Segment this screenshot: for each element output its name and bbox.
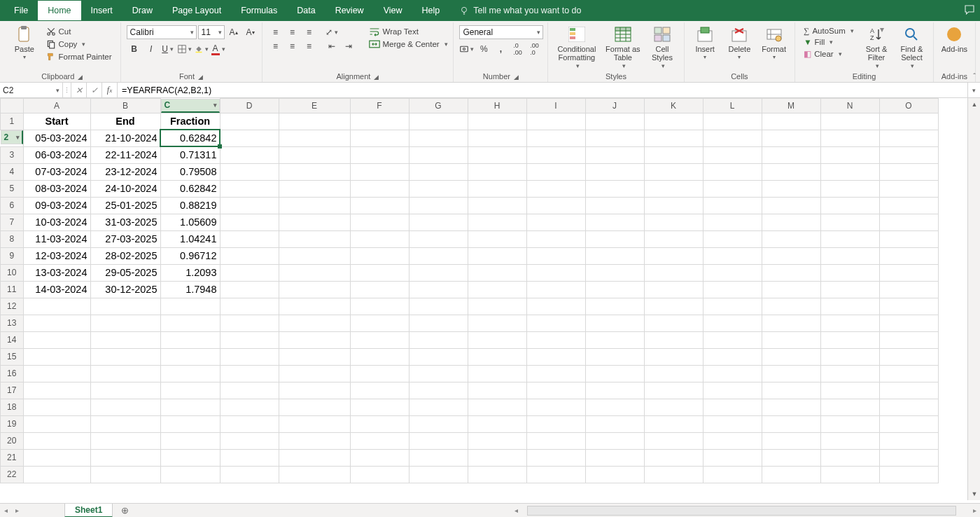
cell-D10[interactable]	[220, 264, 279, 281]
cell-A11[interactable]: 14-03-2024	[23, 281, 90, 298]
cell-G14[interactable]	[409, 331, 468, 348]
cell-N15[interactable]	[820, 348, 879, 365]
cell-J21[interactable]	[585, 449, 644, 466]
cell-E22[interactable]	[279, 466, 350, 483]
cell-I17[interactable]	[526, 382, 585, 399]
cell-J19[interactable]	[585, 415, 644, 432]
cell-I21[interactable]	[526, 449, 585, 466]
cell-J15[interactable]	[585, 348, 644, 365]
cell-M11[interactable]	[762, 281, 820, 298]
cell-I10[interactable]	[526, 264, 585, 281]
cell-D5[interactable]	[220, 180, 279, 197]
cell-H13[interactable]	[468, 315, 526, 331]
cell-C6[interactable]: 0.88219	[160, 197, 220, 214]
cell-L19[interactable]	[703, 415, 762, 432]
cell-N5[interactable]	[820, 180, 879, 197]
cell-B8[interactable]: 27-03-2025	[90, 230, 160, 247]
delete-cells-button[interactable]: Delete▾	[724, 25, 755, 61]
cell-G4[interactable]	[409, 163, 468, 180]
cell-I12[interactable]	[526, 298, 585, 315]
cell-L4[interactable]	[703, 163, 762, 180]
increase-decimal-button[interactable]: .0.00	[510, 42, 525, 56]
cell-A9[interactable]: 12-03-2024	[23, 247, 90, 264]
row-header-18[interactable]: 18	[1, 399, 24, 415]
cell-E21[interactable]	[279, 449, 350, 466]
cell-I11[interactable]	[526, 281, 585, 298]
cell-I4[interactable]	[526, 163, 585, 180]
name-box[interactable]: C2	[0, 83, 63, 97]
cell-G18[interactable]	[409, 399, 468, 415]
align-center-button[interactable]: ≡	[285, 39, 300, 53]
row-header-19[interactable]: 19	[1, 415, 24, 432]
cell-O7[interactable]	[879, 214, 938, 230]
scroll-up-button[interactable]: ▲	[968, 98, 980, 111]
cell-E12[interactable]	[279, 298, 350, 315]
cell-A5[interactable]: 08-03-2024	[23, 180, 90, 197]
row-header-15[interactable]: 15	[1, 348, 24, 365]
cell-E5[interactable]	[279, 180, 350, 197]
paste-button[interactable]: Paste ▾	[10, 25, 39, 61]
cell-D9[interactable]	[220, 247, 279, 264]
cell-C15[interactable]	[160, 348, 220, 365]
cell-J4[interactable]	[585, 163, 644, 180]
cell-K5[interactable]	[644, 180, 703, 197]
sheet-nav-first[interactable]: ◂	[0, 504, 11, 517]
cell-F14[interactable]	[350, 331, 409, 348]
cell-D18[interactable]	[220, 399, 279, 415]
cell-G3[interactable]	[409, 146, 468, 163]
cell-C10[interactable]: 1.2093	[160, 264, 220, 281]
cell-B3[interactable]: 22-11-2024	[90, 146, 160, 163]
font-color-button[interactable]: A	[211, 42, 226, 56]
cell-I22[interactable]	[526, 466, 585, 483]
cell-N17[interactable]	[820, 382, 879, 399]
cell-A18[interactable]	[23, 399, 90, 415]
cell-F17[interactable]	[350, 382, 409, 399]
cell-H9[interactable]	[468, 247, 526, 264]
cell-G21[interactable]	[409, 449, 468, 466]
cell-D8[interactable]	[220, 230, 279, 247]
cell-D19[interactable]	[220, 415, 279, 432]
comma-button[interactable]: ,	[493, 42, 508, 56]
cell-O9[interactable]	[879, 247, 938, 264]
cell-I20[interactable]	[526, 432, 585, 449]
cell-H20[interactable]	[468, 432, 526, 449]
cell-B21[interactable]	[90, 449, 160, 466]
cell-K3[interactable]	[644, 146, 703, 163]
wrap-text-button[interactable]: Wrap Text	[366, 25, 451, 38]
cell-B7[interactable]: 31-03-2025	[90, 214, 160, 230]
column-header-H[interactable]: H	[468, 99, 526, 113]
fill-button[interactable]: ▼ Fill	[801, 36, 857, 48]
formula-cancel-button[interactable]: ✕	[71, 83, 87, 97]
cell-A19[interactable]	[23, 415, 90, 432]
cell-O4[interactable]	[879, 163, 938, 180]
namebox-resize[interactable]: ⋮	[63, 83, 71, 97]
cell-M2[interactable]	[762, 130, 820, 146]
cell-F15[interactable]	[350, 348, 409, 365]
align-left-button[interactable]: ≡	[268, 39, 284, 53]
cell-E8[interactable]	[279, 230, 350, 247]
cell-E4[interactable]	[279, 163, 350, 180]
select-all-corner[interactable]	[1, 99, 24, 113]
cell-D14[interactable]	[220, 331, 279, 348]
cell-D6[interactable]	[220, 197, 279, 214]
horizontal-scrollbar[interactable]	[527, 506, 956, 516]
borders-button[interactable]	[177, 42, 192, 56]
cell-B6[interactable]: 25-01-2025	[90, 197, 160, 214]
cell-N16[interactable]	[820, 365, 879, 382]
cell-I14[interactable]	[526, 331, 585, 348]
cell-K22[interactable]	[644, 466, 703, 483]
new-sheet-button[interactable]: ⊕	[117, 504, 132, 517]
cell-N10[interactable]	[820, 264, 879, 281]
hscroll-left-button[interactable]: ◂	[510, 504, 522, 517]
cell-E14[interactable]	[279, 331, 350, 348]
cell-M3[interactable]	[762, 146, 820, 163]
cell-N11[interactable]	[820, 281, 879, 298]
insert-function-button[interactable]: fx	[102, 83, 118, 97]
column-header-O[interactable]: O	[879, 99, 938, 113]
cell-I15[interactable]	[526, 348, 585, 365]
cell-K1[interactable]	[644, 113, 703, 130]
cell-F5[interactable]	[350, 180, 409, 197]
cell-O19[interactable]	[879, 415, 938, 432]
cell-A20[interactable]	[23, 432, 90, 449]
cell-H19[interactable]	[468, 415, 526, 432]
